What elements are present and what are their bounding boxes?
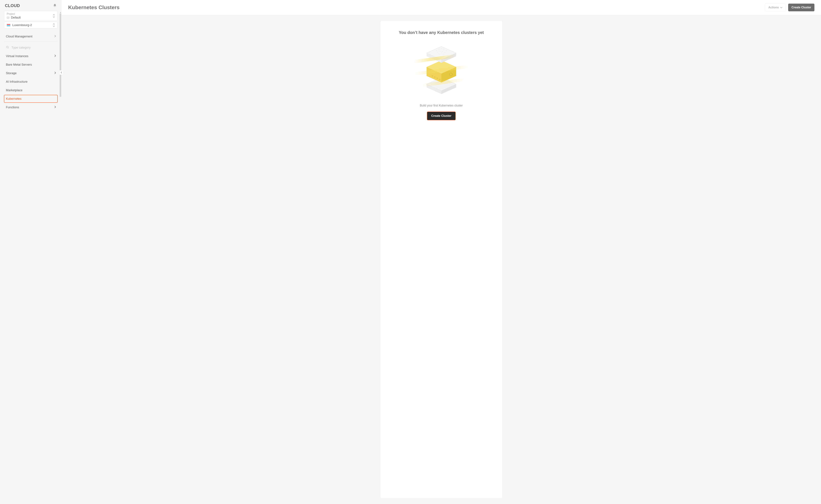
sidebar-item-label: Cloud Management [6, 35, 32, 38]
sidebar-item-cloud-management[interactable]: Cloud Management [4, 32, 57, 42]
empty-state-illustration [387, 42, 495, 94]
project-value: ID Default [7, 16, 21, 19]
sidebar-item-marketplace[interactable]: Marketplace [4, 86, 57, 95]
empty-state-caption: Build your first Kubernetes cluster [387, 104, 495, 107]
sidebar-item-bare-metal-servers[interactable]: Bare Metal Servers [4, 60, 57, 69]
actions-dropdown[interactable]: Actions [765, 4, 786, 11]
create-cluster-label: Create Cluster [791, 6, 811, 9]
svg-point-17 [439, 49, 439, 50]
sidebar-item-label: Kubernetes [6, 97, 21, 101]
sidebar-item-functions[interactable]: Functions [4, 103, 57, 112]
sidebar-item-label: Virtual Instances [6, 54, 28, 58]
sidebar-item-label: Functions [6, 105, 19, 109]
sidebar-item-label: Bare Metal Servers [6, 63, 32, 66]
svg-point-18 [441, 48, 442, 49]
sidebar-header: CLOUD [0, 3, 62, 11]
sidebar-item-kubernetes[interactable]: Kubernetes [4, 95, 58, 103]
svg-line-1 [8, 48, 9, 48]
chevron-right-icon [54, 35, 56, 38]
project-selector[interactable]: Project ID Default [4, 11, 57, 21]
sidebar-item-ai-infrastructure[interactable]: AI Infrastructure [4, 77, 57, 86]
sidebar-item-label: Storage [6, 71, 17, 75]
svg-point-19 [443, 49, 444, 50]
content-area: You don’t have any Kubernetes clusters y… [62, 15, 821, 504]
topbar: Kubernetes Clusters Actions Create Clust… [62, 0, 821, 15]
top-actions: Actions Create Cluster [765, 4, 814, 11]
category-search[interactable] [4, 42, 57, 52]
sidebar-item-storage[interactable]: Storage [4, 69, 57, 77]
actions-label: Actions [768, 6, 779, 9]
empty-state-title: You don’t have any Kubernetes clusters y… [387, 30, 495, 35]
svg-point-12 [439, 79, 440, 80]
selector-chevrons-icon [53, 14, 55, 18]
chevron-down-icon [780, 7, 782, 8]
svg-point-21 [437, 52, 438, 53]
category-search-input[interactable] [11, 46, 56, 49]
region-value-text: Luxembourg-2 [12, 23, 32, 27]
id-badge-icon: ID [7, 17, 9, 19]
page-title: Kubernetes Clusters [68, 4, 119, 11]
search-icon [6, 46, 9, 50]
svg-point-10 [434, 77, 435, 78]
svg-point-16 [436, 50, 437, 51]
svg-point-22 [440, 51, 440, 52]
create-cluster-button[interactable]: Create Cluster [788, 4, 814, 11]
svg-point-23 [442, 51, 443, 52]
region-value: Luxembourg-2 [7, 23, 32, 27]
svg-point-24 [445, 52, 445, 53]
flag-luxembourg-icon [7, 24, 10, 26]
sidebar: CLOUD Project ID Default [0, 0, 62, 504]
chevron-left-icon [61, 71, 62, 74]
selector-chevrons-icon [53, 23, 55, 27]
sidebar-scrollbar[interactable]: ▴ [59, 11, 62, 501]
svg-point-27 [443, 54, 444, 54]
empty-state-create-button[interactable]: Create Cluster [427, 112, 456, 120]
chevron-right-icon [54, 71, 56, 75]
svg-point-11 [437, 78, 438, 79]
svg-point-26 [441, 53, 442, 53]
svg-point-20 [446, 50, 447, 51]
bell-icon[interactable] [53, 4, 57, 8]
chevron-right-icon [54, 105, 56, 109]
svg-point-25 [439, 54, 439, 54]
project-value-text: Default [11, 16, 21, 19]
svg-point-9 [432, 75, 433, 76]
sidebar-item-label: AI Infrastructure [6, 80, 28, 84]
project-label: Project [7, 12, 21, 15]
chevron-right-icon [54, 54, 56, 58]
empty-state-cta-label: Create Cluster [431, 114, 451, 117]
sidebar-item-label: Marketplace [6, 88, 22, 92]
nav-list: Virtual InstancesBare Metal ServersStora… [4, 52, 57, 112]
region-selector[interactable]: Luxembourg-2 [4, 22, 57, 28]
svg-point-0 [6, 46, 8, 48]
sidebar-item-virtual-instances[interactable]: Virtual Instances [4, 52, 57, 60]
scrollbar-thumb[interactable] [60, 13, 61, 97]
brand-logo: CLOUD [5, 3, 20, 8]
empty-state-card: You don’t have any Kubernetes clusters y… [381, 21, 502, 498]
scroll-up-icon[interactable]: ▴ [59, 11, 62, 13]
main-content: Kubernetes Clusters Actions Create Clust… [62, 0, 821, 504]
sidebar-collapse-button[interactable] [59, 70, 63, 75]
